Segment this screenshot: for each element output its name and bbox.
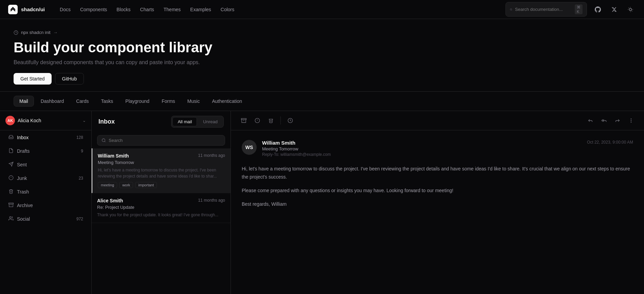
junk-toolbar-icon bbox=[255, 118, 260, 123]
clock-icon bbox=[14, 30, 18, 35]
email-body-para-2: Best regards, William bbox=[242, 200, 633, 208]
email-time-0: 11 months ago bbox=[198, 153, 225, 158]
reply-button[interactable] bbox=[584, 114, 596, 127]
toolbar-separator bbox=[280, 116, 281, 125]
delete-button[interactable] bbox=[265, 114, 277, 127]
sidebar: AK Alicia Koch ⌄ Inbox 128 bbox=[0, 111, 92, 294]
search-input[interactable] bbox=[515, 7, 572, 12]
sidebar-label-inbox: Inbox bbox=[17, 135, 29, 140]
email-item[interactable]: William Smith 11 months ago Meeting Tomo… bbox=[92, 148, 231, 193]
svg-point-17 bbox=[102, 139, 105, 142]
email-detail-body: WS William Smith Meeting Tomorrow Reply-… bbox=[231, 130, 644, 294]
snooze-button[interactable] bbox=[284, 114, 296, 127]
sender-avatar: WS bbox=[242, 140, 257, 155]
tab-forms[interactable]: Forms bbox=[156, 96, 181, 107]
social-icon bbox=[8, 216, 14, 222]
sidebar-item-archive[interactable]: Archive bbox=[3, 199, 89, 212]
tab-authentication[interactable]: Authentication bbox=[206, 96, 247, 107]
github-button[interactable]: GitHub bbox=[55, 73, 84, 85]
svg-line-5 bbox=[632, 11, 632, 11]
sidebar-username: Alicia Koch bbox=[18, 118, 41, 123]
archive-icon bbox=[8, 202, 14, 208]
email-item[interactable]: Alice Smith 11 months ago Re: Project Up… bbox=[92, 193, 231, 223]
sidebar-badge-drafts: 9 bbox=[81, 149, 83, 153]
reply-to-email: williamsmith@example.com bbox=[280, 152, 331, 157]
nav-link-docs[interactable]: Docs bbox=[56, 5, 75, 14]
sidebar-header: AK Alicia Koch ⌄ bbox=[0, 111, 91, 130]
junk-icon bbox=[8, 175, 14, 181]
sidebar-user[interactable]: AK Alicia Koch bbox=[5, 116, 41, 125]
more-icon bbox=[628, 118, 634, 123]
sidebar-item-drafts[interactable]: Drafts 9 bbox=[3, 145, 89, 158]
svg-point-0 bbox=[510, 8, 512, 10]
hero-npx-line: npx shadcn init → bbox=[14, 30, 630, 35]
github-icon-btn[interactable] bbox=[592, 4, 603, 15]
sent-icon bbox=[8, 162, 14, 168]
drafts-icon bbox=[8, 148, 14, 154]
logo[interactable]: shadcn/ui bbox=[8, 5, 45, 14]
sidebar-label-junk: Junk bbox=[17, 176, 27, 181]
email-body: Hi, let's have a meeting tomorrow to dis… bbox=[242, 165, 633, 208]
sidebar-item-inbox[interactable]: Inbox 128 bbox=[3, 131, 89, 144]
sender-name: William Smith bbox=[262, 140, 582, 146]
hero-npx-cmd: npx shadcn init bbox=[21, 30, 51, 35]
tab-mail[interactable]: Mail bbox=[14, 96, 34, 107]
nav-link-colors[interactable]: Colors bbox=[217, 5, 238, 14]
toggle-icon-btn[interactable] bbox=[625, 4, 636, 15]
nav-link-components[interactable]: Components bbox=[76, 5, 111, 14]
sender-reply-to: Reply-To: williamsmith@example.com bbox=[262, 152, 582, 157]
toolbar-right bbox=[584, 114, 637, 127]
nav-link-charts[interactable]: Charts bbox=[136, 5, 158, 14]
email-detail-toolbar bbox=[231, 111, 644, 130]
email-list: Inbox All mail Unread William Smith 11 m… bbox=[92, 111, 231, 294]
email-search-input[interactable] bbox=[109, 138, 221, 143]
more-options-button[interactable] bbox=[625, 114, 637, 127]
tab-music[interactable]: Music bbox=[182, 96, 205, 107]
email-items: William Smith 11 months ago Meeting Tomo… bbox=[92, 148, 231, 294]
email-tags-0: meeting work important bbox=[98, 182, 225, 188]
filter-buttons: All mail Unread bbox=[171, 116, 224, 128]
twitter-icon-btn[interactable] bbox=[609, 4, 620, 15]
email-search-box[interactable] bbox=[97, 135, 225, 146]
sidebar-label-archive: Archive bbox=[17, 203, 33, 208]
email-date: Oct 22, 2023, 9:00:00 AM bbox=[587, 140, 633, 145]
logo-icon bbox=[8, 5, 18, 14]
nav-right: ⌘ K bbox=[505, 2, 636, 17]
move-to-junk-button[interactable] bbox=[251, 114, 263, 127]
sidebar-item-social[interactable]: Social 972 bbox=[3, 213, 89, 225]
email-body-para-1: Please come prepared with any questions … bbox=[242, 187, 633, 195]
tag-work: work bbox=[119, 182, 133, 188]
nav-link-themes[interactable]: Themes bbox=[160, 5, 185, 14]
sidebar-item-trash[interactable]: Trash bbox=[3, 185, 89, 198]
email-subject-0: Meeting Tomorrow bbox=[98, 160, 225, 165]
get-started-button[interactable]: Get Started bbox=[14, 73, 52, 85]
tab-tasks[interactable]: Tasks bbox=[96, 96, 119, 107]
reply-to-label: Reply-To: bbox=[262, 152, 279, 157]
twitter-icon bbox=[611, 7, 617, 12]
sidebar-item-junk[interactable]: Junk 23 bbox=[3, 172, 89, 185]
tab-cards[interactable]: Cards bbox=[71, 96, 94, 107]
forward-button[interactable] bbox=[611, 114, 624, 127]
svg-point-16 bbox=[10, 217, 11, 218]
avatar: AK bbox=[5, 116, 15, 125]
nav-link-blocks[interactable]: Blocks bbox=[112, 5, 134, 14]
sender-subject: Meeting Tomorrow bbox=[262, 146, 582, 151]
tabs-row: Mail Dashboard Cards Tasks Playground Fo… bbox=[0, 92, 644, 111]
archive-button[interactable] bbox=[238, 114, 250, 127]
reply-all-button[interactable] bbox=[598, 114, 610, 127]
tab-dashboard[interactable]: Dashboard bbox=[35, 96, 70, 107]
sidebar-item-sent[interactable]: Sent bbox=[3, 158, 89, 171]
filter-unread[interactable]: Unread bbox=[198, 117, 222, 126]
chevron-down-icon: ⌄ bbox=[82, 118, 86, 123]
nav-link-examples[interactable]: Examples bbox=[186, 5, 215, 14]
filter-all-mail[interactable]: All mail bbox=[172, 117, 197, 126]
forward-icon bbox=[615, 118, 620, 123]
inbox-title: Inbox bbox=[98, 118, 115, 125]
email-list-header: Inbox All mail Unread bbox=[92, 111, 231, 132]
email-detail-sender: WS William Smith Meeting Tomorrow Reply-… bbox=[242, 140, 633, 157]
svg-point-25 bbox=[631, 121, 631, 121]
tab-playground[interactable]: Playground bbox=[120, 96, 155, 107]
email-sender-0: William Smith bbox=[98, 153, 129, 159]
search-box[interactable]: ⌘ K bbox=[505, 2, 587, 17]
search-shortcut: ⌘ K bbox=[575, 4, 583, 14]
